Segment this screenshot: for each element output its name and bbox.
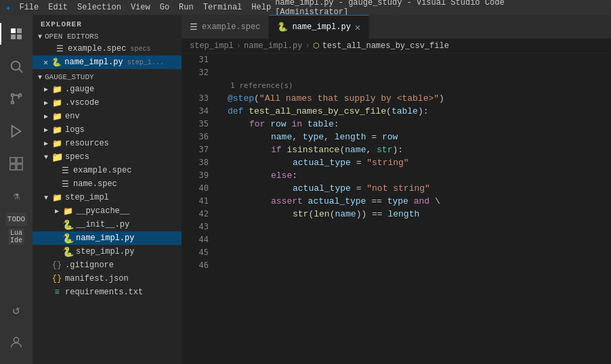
explorer-activity-icon[interactable] — [0, 18, 33, 50]
debug-activity-icon[interactable] — [0, 115, 33, 147]
line-num-31: 31 — [199, 53, 209, 66]
line-num-43: 43 — [199, 221, 209, 233]
close-editor-icon[interactable]: ✕ — [43, 58, 48, 68]
todo-activity-icon[interactable]: TODO — [5, 212, 27, 226]
line-num-39: 39 — [199, 169, 209, 182]
breadcrumb-sep-1: › — [236, 41, 241, 51]
tab-name-impl-py[interactable]: 🐍 name_impl.py ✕ — [269, 15, 369, 39]
sidebar-item-gitignore[interactable]: {} .gitignore — [33, 258, 182, 272]
svg-rect-1 — [17, 28, 22, 33]
specs-folder-label: specs — [65, 152, 89, 162]
code-area[interactable]: 1 reference(s) @step("All names that sup… — [217, 53, 611, 364]
menu-file[interactable]: File — [15, 3, 43, 12]
sidebar-item-name-spec[interactable]: ☰ name.spec — [33, 177, 182, 191]
menu-edit[interactable]: Edit — [44, 3, 72, 12]
code-line-43 — [228, 221, 611, 233]
code-line-42: str(len(name)) == length — [228, 208, 611, 221]
vscode-folder-arrow: ▶ — [41, 99, 51, 107]
sidebar-item-name-impl-py[interactable]: 🐍 name_impl.py — [33, 231, 182, 245]
sidebar-item-specs[interactable]: ▼ 📁 specs — [33, 150, 182, 164]
account-activity-icon[interactable] — [0, 326, 33, 359]
menu-run[interactable]: Run — [175, 3, 198, 12]
requirements-txt-icon: ≡ — [51, 287, 62, 298]
open-editor-name-impl[interactable]: ✕ 🐍 name_impl.py step_i... — [33, 55, 182, 69]
line-num-44: 44 — [199, 233, 209, 246]
sidebar-item-manifest-json[interactable]: {} manifest.json — [33, 272, 182, 286]
extensions-activity-icon[interactable] — [0, 147, 33, 180]
py-icon-open-editor: 🐍 — [51, 57, 62, 68]
pycache-folder-label: __pycache__ — [76, 206, 129, 216]
svg-marker-9 — [12, 126, 21, 137]
breadcrumb: step_impl › name_impl.py › ⬡ test_all_na… — [182, 39, 611, 53]
lua-activity-icon[interactable]: LuaIde — [0, 229, 33, 245]
menu-go[interactable]: Go — [156, 3, 173, 12]
requirements-txt-label: requirements.txt — [65, 288, 143, 297]
line-num-36: 36 — [199, 131, 209, 143]
gauge-study-arrow: ▼ — [38, 74, 42, 81]
menu-selection[interactable]: Selection — [73, 3, 125, 12]
code-line-35: for row in table: — [228, 118, 611, 131]
line-num-37: 37 — [199, 143, 209, 156]
name-spec-label: name.spec — [73, 179, 117, 189]
line-num-45: 45 — [199, 246, 209, 259]
code-line-39: else: — [228, 169, 611, 182]
editor-content[interactable]: 31 32 33 34 35 36 37 38 39 40 41 42 43 4… — [182, 53, 611, 364]
step-impl-folder-icon: 📁 — [51, 192, 62, 203]
sidebar-item-step-impl-py[interactable]: 🐍 step_impl.py — [33, 245, 182, 258]
svg-rect-2 — [11, 35, 16, 39]
pycache-folder-arrow: ▶ — [51, 207, 62, 215]
open-editor-name-impl-label: name_impl.py — [64, 58, 123, 67]
code-line-33: @step("All names that supply by <table>"… — [228, 92, 611, 105]
svg-rect-11 — [17, 158, 22, 163]
search-activity-icon[interactable] — [0, 50, 33, 83]
env-folder-icon: 📁 — [51, 111, 62, 122]
line-num-41: 41 — [199, 195, 209, 208]
sidebar-item-gauge[interactable]: ▶ 📁 .gauge — [33, 83, 182, 96]
sidebar-item-init-py[interactable]: 🐍 __init__.py — [33, 218, 182, 231]
gauge-activity-icon[interactable]: ↺ — [0, 294, 33, 326]
env-folder-label: env — [65, 112, 80, 121]
breadcrumb-name-impl[interactable]: name_impl.py — [244, 41, 302, 51]
explorer-section: ▼ OPEN EDITORS ☰ example.spec specs ✕ 🐍 … — [33, 31, 182, 364]
sidebar-item-pycache[interactable]: ▶ 📁 __pycache__ — [33, 204, 182, 218]
svg-rect-0 — [11, 28, 16, 33]
svg-point-6 — [12, 94, 14, 97]
tab-name-impl-py-close[interactable]: ✕ — [355, 22, 360, 33]
tab-example-spec-label: example.spec — [202, 22, 260, 32]
sidebar-item-resources[interactable]: ▶ 📁 resources — [33, 137, 182, 150]
file-spec-icon: ☰ — [54, 43, 65, 54]
sidebar-item-logs[interactable]: ▶ 📁 logs — [33, 123, 182, 137]
gauge-folder-icon: 📁 — [51, 84, 62, 95]
code-line-46 — [228, 259, 611, 272]
sidebar-item-env[interactable]: ▶ 📁 env — [33, 110, 182, 123]
open-editor-example-spec-badge: specs — [130, 45, 150, 53]
menu-help[interactable]: Help — [247, 3, 275, 12]
resources-folder-label: resources — [65, 139, 109, 148]
menu-bar[interactable]: File Edit Selection View Go Run Terminal… — [15, 3, 275, 12]
gauge-study-header[interactable]: ▼ GAUGE_STUDY — [33, 72, 182, 83]
sidebar-item-step-impl[interactable]: ▼ 📁 step_impl — [33, 191, 182, 204]
line-num-35: 35 — [199, 118, 209, 131]
menu-terminal[interactable]: Terminal — [199, 3, 247, 12]
line-num-38: 38 — [199, 156, 209, 169]
sidebar-item-requirements-txt[interactable]: ≡ requirements.txt — [33, 286, 182, 299]
breadcrumb-func-name[interactable]: test_all_names_by_csv_file — [322, 41, 449, 51]
open-editor-example-spec[interactable]: ☰ example.spec specs — [33, 42, 182, 55]
breadcrumb-step-impl[interactable]: step_impl — [190, 41, 234, 51]
sidebar-item-example-spec[interactable]: ☰ example.spec — [33, 164, 182, 177]
specs-folder-arrow: ▼ — [41, 154, 51, 161]
svg-point-7 — [12, 101, 14, 104]
open-editors-header[interactable]: ▼ OPEN EDITORS — [33, 31, 182, 42]
sidebar-item-vscode[interactable]: ▶ 📁 .vscode — [33, 96, 182, 110]
menu-view[interactable]: View — [127, 3, 154, 12]
gitignore-label: .gitignore — [65, 260, 114, 270]
line-num-46: 46 — [199, 259, 209, 272]
open-editor-example-spec-label: example.spec — [68, 44, 126, 53]
open-editors-arrow: ▼ — [38, 33, 42, 41]
test-activity-icon[interactable]: ⚗ — [0, 180, 33, 212]
line-num-33: 33 — [199, 92, 209, 105]
svg-rect-10 — [10, 158, 16, 163]
name-spec-icon: ☰ — [60, 179, 70, 189]
source-control-activity-icon[interactable] — [0, 83, 33, 115]
tab-example-spec[interactable]: ☰ example.spec — [182, 15, 269, 39]
